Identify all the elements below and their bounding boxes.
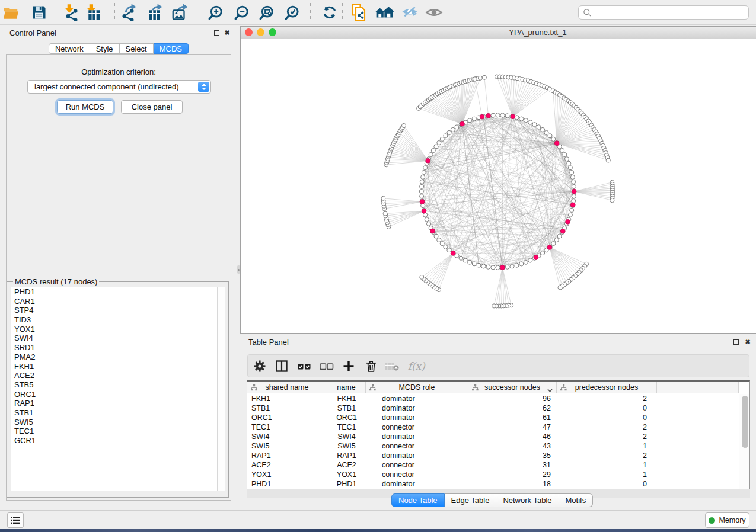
window-minimize-icon[interactable]	[257, 28, 264, 36]
zoom-fit-icon[interactable]	[256, 1, 277, 24]
result-item[interactable]: RAP1	[11, 399, 225, 408]
cell: 46	[468, 432, 557, 441]
zoom-in-icon[interactable]	[205, 1, 226, 24]
tab-style[interactable]: Style	[90, 43, 120, 54]
export-table-icon[interactable]	[143, 1, 165, 24]
column-sort-chevron-icon[interactable]	[547, 386, 553, 394]
result-item[interactable]: YOX1	[11, 325, 225, 334]
table-row[interactable]: RAP1RAP1dominator352	[247, 451, 739, 460]
settings-gear-icon[interactable]	[250, 355, 270, 377]
delete-column-icon[interactable]	[361, 355, 381, 377]
table-panel-close-icon[interactable]: ✖	[744, 338, 751, 345]
tab-select[interactable]: Select	[120, 43, 154, 54]
column-header-MCDS-role[interactable]: MCDS role	[366, 382, 468, 393]
result-item[interactable]: STB1	[11, 408, 225, 418]
add-column-icon[interactable]	[339, 355, 359, 377]
refresh-icon[interactable]	[319, 1, 340, 24]
control-panel-float-icon[interactable]	[214, 30, 219, 36]
table-row[interactable]: PHD1PHD1dominator180	[247, 479, 739, 489]
criterion-dropdown[interactable]: largest connected component (undirected)	[27, 80, 211, 94]
result-scrollbar[interactable]	[217, 287, 225, 491]
close-panel-button[interactable]: Close panel	[121, 100, 183, 114]
status-list-button[interactable]	[7, 512, 24, 528]
column-header-shared-name[interactable]: shared name	[247, 382, 327, 393]
select-all-icon[interactable]	[294, 355, 314, 377]
cell: 0	[557, 479, 657, 489]
column-header-predecessor-nodes[interactable]: predecessor nodes	[557, 382, 657, 393]
table-panel-float-icon[interactable]	[733, 339, 739, 345]
network-canvas[interactable]	[241, 39, 755, 333]
result-item[interactable]: TEC1	[11, 427, 225, 436]
function-fx-icon: f(x)	[406, 355, 426, 377]
network-window-titlebar[interactable]: YPA_prune.txt_1	[241, 27, 756, 39]
table-scrollbar-thumb[interactable]	[742, 396, 748, 448]
import-network-icon[interactable]	[61, 1, 82, 24]
cell: SWI4	[327, 432, 366, 441]
search-input[interactable]	[578, 5, 749, 20]
result-item[interactable]: ORC1	[11, 390, 225, 399]
result-item[interactable]: SWI5	[11, 418, 225, 427]
show-eye-icon[interactable]	[423, 1, 445, 24]
column-header-successor-nodes[interactable]: successor nodes	[468, 382, 557, 393]
result-item[interactable]: PHD1	[11, 287, 225, 297]
tab-node-table[interactable]: Node Table	[391, 493, 445, 507]
window-close-icon[interactable]	[245, 28, 253, 36]
main-toolbar	[0, 0, 756, 25]
column-type-icon	[369, 384, 376, 393]
table-row[interactable]: ORC1ORC1dominator610	[247, 413, 739, 422]
cell: 0	[557, 413, 657, 422]
export-network-icon[interactable]	[117, 1, 139, 24]
tab-network-table[interactable]: Network Table	[496, 493, 559, 507]
run-mcds-button[interactable]: Run MCDS	[57, 100, 113, 114]
result-item[interactable]: STB5	[11, 380, 225, 390]
node-table: shared namenameMCDS rolesuccessor nodesp…	[247, 380, 750, 489]
cell: 35	[468, 451, 557, 460]
result-item[interactable]: CAR1	[11, 297, 225, 306]
cell: 2	[557, 422, 657, 432]
result-item[interactable]: STP4	[11, 306, 225, 315]
table-row[interactable]: SWI4SWI4dominator462	[247, 432, 739, 441]
open-session-icon[interactable]	[0, 1, 21, 24]
deselect-all-icon[interactable]	[317, 355, 337, 377]
home-icon[interactable]	[374, 1, 395, 24]
columns-icon[interactable]	[272, 355, 292, 377]
save-session-icon[interactable]	[28, 1, 50, 24]
cell: TEC1	[327, 422, 366, 432]
cell: STB1	[247, 403, 327, 413]
toolbar-separator	[342, 3, 343, 21]
export-image-icon[interactable]	[169, 1, 190, 24]
cell: connector	[366, 460, 468, 470]
tab-motifs[interactable]: Motifs	[559, 493, 594, 507]
table-scrollbar[interactable]	[739, 394, 749, 489]
control-panel-close-icon[interactable]: ✖	[224, 29, 231, 36]
tab-mcds[interactable]: MCDS	[154, 43, 189, 54]
tab-network[interactable]: Network	[49, 43, 90, 54]
panel-splitter-handle[interactable]	[237, 265, 240, 274]
cell: RAP1	[247, 451, 327, 460]
import-table-icon[interactable]	[83, 1, 104, 24]
result-item[interactable]: TID3	[11, 315, 225, 325]
hide-glasses-icon[interactable]	[399, 1, 420, 24]
result-item[interactable]: SWI4	[11, 334, 225, 343]
table-row[interactable]: FKH1FKH1dominator962	[247, 394, 739, 403]
zoom-selected-icon[interactable]	[281, 1, 302, 24]
result-item[interactable]: GCR1	[11, 436, 225, 446]
table-row[interactable]: YOX1YOX1connector291	[247, 470, 739, 479]
copy-share-icon[interactable]	[348, 1, 369, 24]
toolbar-separator	[310, 3, 311, 21]
column-header-name[interactable]: name	[327, 382, 366, 393]
result-item[interactable]: FKH1	[11, 362, 225, 371]
tab-edge-table[interactable]: Edge Table	[445, 493, 497, 507]
table-toolbar: f(x)	[247, 354, 749, 377]
memory-button[interactable]: Memory	[705, 512, 749, 528]
table-row[interactable]: TEC1TEC1connector472	[247, 422, 739, 432]
result-item[interactable]: SRD1	[11, 343, 225, 352]
table-row[interactable]: STB1STB1dominator620	[247, 403, 739, 413]
table-row[interactable]: SWI5SWI5connector431	[247, 441, 739, 451]
result-item[interactable]: ACE2	[11, 371, 225, 380]
window-zoom-icon[interactable]	[269, 28, 276, 36]
table-row[interactable]: ACE2ACE2connector311	[247, 460, 739, 470]
table-body: FKH1FKH1dominator962STB1STB1dominator620…	[247, 394, 739, 489]
result-item[interactable]: PMA2	[11, 352, 225, 362]
zoom-out-icon[interactable]	[231, 1, 252, 24]
